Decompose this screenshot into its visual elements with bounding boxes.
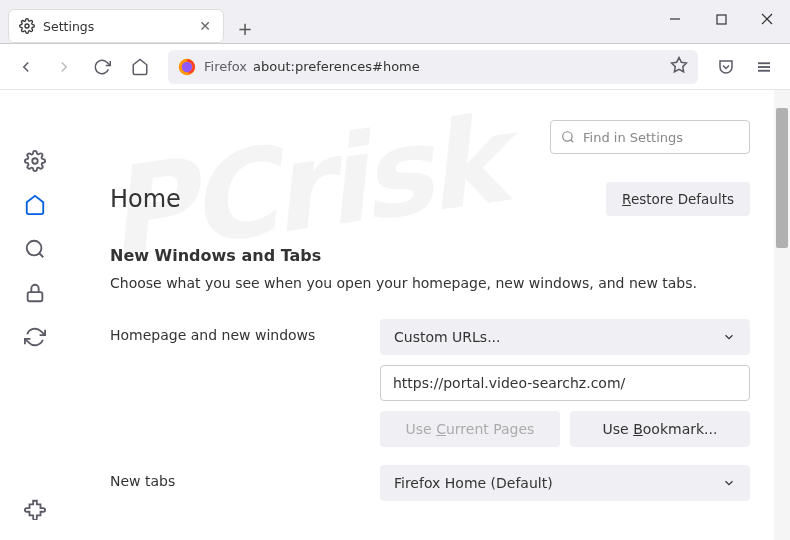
pocket-button[interactable] (710, 51, 742, 83)
sidebar-sync-icon[interactable] (24, 326, 46, 348)
restore-defaults-button[interactable]: Restore Defaults (606, 182, 750, 216)
svg-point-12 (27, 241, 42, 256)
gear-icon (19, 18, 35, 34)
svg-line-13 (39, 253, 43, 257)
window-controls (652, 0, 790, 38)
back-button[interactable] (10, 51, 42, 83)
reload-button[interactable] (86, 51, 118, 83)
forward-button[interactable] (48, 51, 80, 83)
svg-rect-2 (717, 15, 726, 24)
chevron-down-icon (722, 330, 736, 344)
url-label: Firefox (204, 59, 247, 74)
minimize-button[interactable] (652, 0, 698, 38)
bookmark-star-icon[interactable] (670, 56, 688, 78)
page-title: Home (110, 185, 181, 213)
newtabs-dropdown[interactable]: Firefox Home (Default) (380, 465, 750, 501)
url-text: about:preferences#home (253, 59, 670, 74)
homepage-label: Homepage and new windows (110, 319, 380, 343)
homepage-mode-dropdown[interactable]: Custom URLs... (380, 319, 750, 355)
homepage-url-input[interactable]: https://portal.video-searchz.com/ (380, 365, 750, 401)
settings-sidebar (0, 90, 70, 540)
dropdown-value: Custom URLs... (394, 329, 501, 345)
tab-title: Settings (43, 19, 197, 34)
section-title: New Windows and Tabs (110, 246, 750, 265)
close-icon[interactable]: ✕ (197, 18, 213, 34)
maximize-button[interactable] (698, 0, 744, 38)
close-window-button[interactable] (744, 0, 790, 38)
new-tab-button[interactable]: + (230, 13, 260, 43)
svg-rect-14 (28, 292, 43, 301)
scrollbar[interactable] (774, 90, 790, 540)
sidebar-extensions-icon[interactable] (24, 498, 46, 520)
dropdown-value: Firefox Home (Default) (394, 475, 553, 491)
section-description: Choose what you see when you open your h… (110, 275, 750, 291)
svg-point-11 (32, 158, 38, 164)
menu-button[interactable] (748, 51, 780, 83)
address-bar[interactable]: Firefox about:preferences#home (168, 50, 698, 84)
firefox-logo-icon (178, 58, 196, 76)
scroll-thumb[interactable] (776, 108, 788, 248)
svg-point-15 (563, 132, 572, 141)
chevron-down-icon (722, 476, 736, 490)
find-in-settings-input[interactable]: Find in Settings (550, 120, 750, 154)
browser-toolbar: Firefox about:preferences#home (0, 44, 790, 90)
use-current-pages-button[interactable]: Use Current Pages (380, 411, 560, 447)
find-placeholder: Find in Settings (583, 130, 683, 145)
sidebar-general-icon[interactable] (24, 150, 46, 172)
svg-line-16 (571, 140, 574, 143)
newtabs-label: New tabs (110, 465, 380, 489)
sidebar-search-icon[interactable] (24, 238, 46, 260)
home-button[interactable] (124, 51, 156, 83)
sidebar-home-icon[interactable] (24, 194, 46, 216)
use-bookmark-button[interactable]: Use Bookmark... (570, 411, 750, 447)
svg-marker-7 (672, 57, 687, 71)
search-icon (561, 130, 575, 144)
svg-point-6 (182, 61, 193, 72)
browser-tab[interactable]: Settings ✕ (8, 9, 224, 43)
sidebar-privacy-icon[interactable] (24, 282, 46, 304)
homepage-url-value: https://portal.video-searchz.com/ (393, 375, 625, 391)
svg-point-0 (25, 24, 29, 28)
settings-main: Find in Settings Home Restore Defaults N… (70, 90, 790, 540)
